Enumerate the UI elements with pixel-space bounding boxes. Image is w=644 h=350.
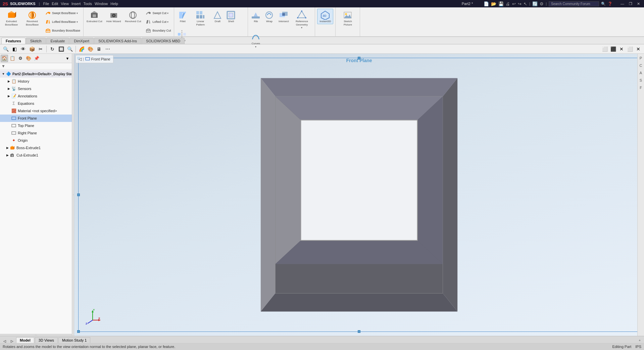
scroll-left-btn[interactable]: ◁ xyxy=(1,339,8,343)
shell-button[interactable]: Shell xyxy=(225,9,237,24)
tab-features[interactable]: Features xyxy=(1,38,26,44)
menu-insert[interactable]: Insert xyxy=(71,2,81,6)
swept-boss-button[interactable]: Swept Boss/Base ▾ xyxy=(43,9,82,17)
ft-tab-features[interactable]: 🏠 xyxy=(1,55,8,62)
ft-item-sensors[interactable]: ▶ 📡 Sensors xyxy=(0,85,72,92)
tab-sketch[interactable]: Sketch xyxy=(26,38,46,44)
rp-icon-1[interactable]: P xyxy=(638,55,644,61)
curves-dropdown[interactable]: ▾ xyxy=(254,45,257,48)
view-orient-icon[interactable]: 🔍 xyxy=(2,45,9,53)
maximize-viewport-icon[interactable]: ⬜ xyxy=(626,45,634,53)
hide-show-icon[interactable]: 👁 xyxy=(19,45,27,53)
lofted-boss-dropdown[interactable]: ▾ xyxy=(76,20,79,24)
help-icon[interactable]: ❓ xyxy=(608,2,612,6)
tree-filter-icon[interactable]: ▼ xyxy=(64,55,71,62)
view-setting-icon[interactable]: 📦 xyxy=(28,45,36,53)
select-icon[interactable]: ↖ xyxy=(524,1,527,6)
ft-tab-custom[interactable]: 📌 xyxy=(33,55,40,62)
undo-icon[interactable]: ↩ xyxy=(512,1,516,6)
reference-geometry-dropdown[interactable]: ▾ xyxy=(300,26,303,29)
extruded-cut-button[interactable]: Extruded Cut xyxy=(85,9,104,24)
ft-item-equations[interactable]: ▶ Σ Equations xyxy=(0,100,72,107)
tab-addins[interactable]: SOLIDWORKS Add-Ins xyxy=(94,38,141,44)
rp-icon-4[interactable]: S xyxy=(638,77,644,83)
ft-item-right-plane[interactable]: ▶ Right Plane xyxy=(0,129,72,137)
ft-tab-properties[interactable]: 📋 xyxy=(9,55,16,62)
boundary-boss-button[interactable]: Boundary Boss/Base xyxy=(43,26,82,35)
intersect-button[interactable]: Intersect xyxy=(276,9,291,24)
ft-tab-appearance[interactable]: 🎨 xyxy=(25,55,32,62)
ft-item-material[interactable]: ▶ 🧱 Material <not specified> xyxy=(0,107,72,115)
lofted-boss-button[interactable]: Lofted Boss/Base ▾ xyxy=(43,17,82,26)
options-icon[interactable]: ⚙ xyxy=(540,1,544,6)
breadcrumb-back-icon[interactable]: ◁ xyxy=(79,57,82,61)
instant3d-button[interactable]: 3D Instant3D xyxy=(317,9,333,24)
appearance-icon[interactable]: 🎨 xyxy=(87,45,94,53)
zoom-to-fit-icon[interactable]: 🔲 xyxy=(57,45,65,53)
menu-tools[interactable]: Tools xyxy=(83,2,92,6)
menu-file[interactable]: File xyxy=(43,2,49,6)
close-viewport-icon[interactable]: ✕ xyxy=(618,45,625,53)
extruded-boss-button[interactable]: Extruded Boss/Base xyxy=(1,9,21,27)
viewport-close-icon[interactable]: ✕ xyxy=(635,45,642,53)
revolved-cut-button[interactable]: Revolved Cut xyxy=(123,9,143,24)
tab-dimxpert[interactable]: DimXpert xyxy=(69,38,94,44)
menu-help[interactable]: Help xyxy=(110,2,118,6)
rib-button[interactable]: Rib xyxy=(249,9,262,24)
rotate-view-icon[interactable]: ↻ xyxy=(49,45,56,53)
lofted-cut-button[interactable]: Lofted Cut ▾ xyxy=(143,17,172,26)
ft-arrow-sensors[interactable]: ▶ xyxy=(7,87,11,91)
bottom-tab-3dviews[interactable]: 3D Views xyxy=(35,337,58,343)
ft-item-part2[interactable]: ▼ 🔷 Part2 (Default<<Default>_Display Sta… xyxy=(0,70,72,78)
handle-bc[interactable] xyxy=(358,330,360,333)
ft-arrow-history[interactable]: ▶ xyxy=(7,79,11,83)
rp-icon-2[interactable]: C xyxy=(638,62,644,69)
ft-arrow-boss-extrude1[interactable]: ▶ xyxy=(5,146,9,150)
rp-icon-5[interactable]: F xyxy=(638,85,644,91)
swept-boss-dropdown[interactable]: ▾ xyxy=(76,12,79,15)
bottom-tab-model[interactable]: Model xyxy=(16,337,34,343)
minimize-btn[interactable]: — xyxy=(619,2,626,6)
render-tools-icon[interactable]: 🌈 xyxy=(78,45,85,53)
ft-item-front-plane[interactable]: ▶ Front Plane xyxy=(0,115,72,122)
ft-item-annotations[interactable]: ▶ 📝 Annotations xyxy=(0,92,72,100)
redo-icon[interactable]: ↪ xyxy=(518,1,522,6)
more-icon[interactable]: ⋯ xyxy=(104,45,111,53)
ft-tab-config[interactable]: ⚙ xyxy=(17,55,24,62)
add-tab-btn[interactable]: + xyxy=(637,338,643,343)
viewport[interactable]: ◁ | Front Plane Front Plane xyxy=(74,54,644,336)
new-icon[interactable]: 📄 xyxy=(484,1,489,6)
close-btn[interactable]: ✕ xyxy=(636,2,641,6)
ft-arrow-cut-extrude1[interactable]: ▶ xyxy=(5,153,9,157)
scroll-right-btn[interactable]: ▷ xyxy=(9,339,15,343)
split-view-h-icon[interactable]: ⬜ xyxy=(601,45,608,53)
reference-geometry-button[interactable]: Reference Geometry ▾ xyxy=(292,9,312,30)
draft-button[interactable]: Draft xyxy=(211,9,224,24)
search-field[interactable]: Search Community Forum xyxy=(549,1,599,6)
rp-icon-3[interactable]: A xyxy=(638,70,644,76)
ft-item-boss-extrude1[interactable]: ▶ Boss-Extrude1 xyxy=(0,144,72,151)
wrap-button[interactable]: Wrap xyxy=(263,9,276,24)
open-icon[interactable]: 📂 xyxy=(491,1,496,6)
search-icon[interactable]: 🔍 xyxy=(601,2,606,6)
tab-evaluate[interactable]: Evaluate xyxy=(46,38,69,44)
handle-bl[interactable] xyxy=(77,330,80,333)
rebuild-icon[interactable]: 🔄 xyxy=(532,1,538,6)
hole-wizard-button[interactable]: Hole Wizard xyxy=(105,9,123,24)
feature-tree-content[interactable]: ▼ 🔷 Part2 (Default<<Default>_Display Sta… xyxy=(0,70,72,334)
bottom-tab-motion[interactable]: Motion Study 1 xyxy=(58,337,90,343)
ft-item-history[interactable]: ▶ 📋 History xyxy=(0,78,72,85)
sketch-picture-button[interactable]: Sketch Picture xyxy=(338,9,358,27)
ft-item-origin[interactable]: ▶ ✦ Origin xyxy=(0,137,72,144)
linear-pattern-button[interactable]: Linear Pattern xyxy=(190,9,210,27)
ft-item-cut-extrude1[interactable]: ▶ Cut-Extrude1 xyxy=(0,151,72,159)
boundary-cut-button[interactable]: Boundary Cut xyxy=(143,26,172,35)
menu-edit[interactable]: Edit xyxy=(52,2,58,6)
swept-cut-dropdown[interactable]: ▾ xyxy=(166,12,169,15)
ft-arrow-annotations[interactable]: ▶ xyxy=(7,94,11,98)
save-icon[interactable]: 💾 xyxy=(498,1,504,6)
print-icon[interactable]: 🖨 xyxy=(506,1,510,6)
tab-mbd[interactable]: SOLIDWORKS MBD xyxy=(142,38,185,44)
ft-item-top-plane[interactable]: ▶ Top Plane xyxy=(0,122,72,129)
display-style-icon[interactable]: ◧ xyxy=(11,45,18,53)
